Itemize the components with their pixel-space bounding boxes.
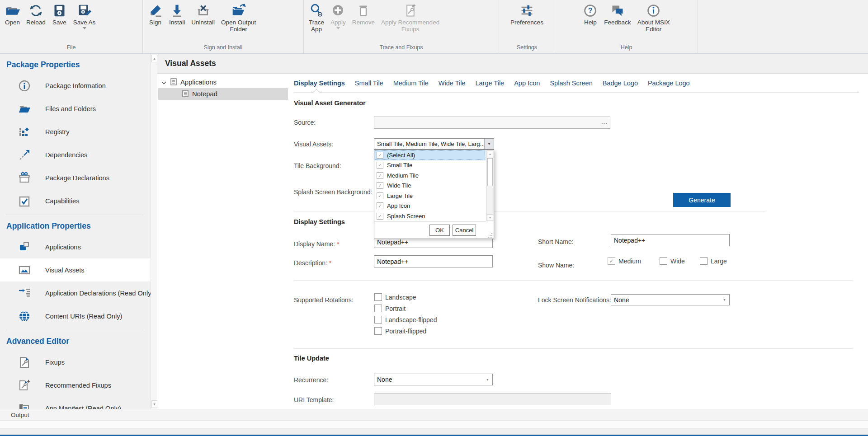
rotation-landscape-checkbox[interactable]: Landscape xyxy=(374,293,416,301)
dropdown-item-small-tile[interactable]: Small Tile xyxy=(374,160,486,171)
reload-button[interactable]: Reload xyxy=(23,3,49,26)
tab-display-settings[interactable]: Display Settings xyxy=(294,80,345,87)
dropdown-scrollbar[interactable]: ▲ ▼ xyxy=(486,150,494,221)
source-input[interactable] xyxy=(374,117,610,129)
preferences-button[interactable]: Preferences xyxy=(507,3,547,26)
combo-dropdown-arrow-icon[interactable]: ▼ xyxy=(720,295,729,305)
combo-dropdown-arrow-icon[interactable]: ▼ xyxy=(484,139,494,149)
fixups-document-star-icon xyxy=(18,379,31,392)
description-input[interactable] xyxy=(374,255,493,267)
cancel-button[interactable]: Cancel xyxy=(453,225,476,236)
scroll-down-arrow-icon[interactable]: ▼ xyxy=(151,400,157,408)
combo-dropdown-arrow-icon[interactable]: ▼ xyxy=(483,374,492,385)
recurrence-combobox[interactable]: None ▼ xyxy=(374,374,493,385)
sidebar-item-registry[interactable]: Registry xyxy=(0,120,151,143)
checkbox-icon[interactable] xyxy=(374,293,382,301)
sign-button[interactable]: Sign xyxy=(145,3,166,26)
checkbox-checked-icon[interactable] xyxy=(377,172,383,179)
generate-button[interactable]: Generate xyxy=(673,193,731,207)
sidebar-item-recommended-fixups[interactable]: Recommended Fixups xyxy=(0,374,151,397)
checkbox-icon[interactable] xyxy=(374,327,382,335)
checkbox-checked-icon[interactable] xyxy=(377,202,383,209)
tab-package-logo[interactable]: Package Logo xyxy=(648,80,690,87)
tab-splash-screen[interactable]: Splash Screen xyxy=(550,80,592,87)
sidebar-item-visual-assets[interactable]: Visual Assets xyxy=(0,258,151,281)
tab-small-tile[interactable]: Small Tile xyxy=(355,80,383,87)
sidebar-item-files-and-folders[interactable]: Files and Folders xyxy=(0,97,151,120)
lock-screen-notifications-combobox[interactable]: None ▼ xyxy=(611,294,730,305)
dropdown-item-app-icon[interactable]: App Icon xyxy=(374,201,486,211)
rotation-portrait-flipped-checkbox[interactable]: Portrait-flipped xyxy=(374,327,426,335)
checkbox-checked-icon[interactable] xyxy=(608,257,615,265)
chevron-down-icon[interactable] xyxy=(83,27,86,29)
save-as-icon xyxy=(77,3,92,18)
checkbox-checked-icon[interactable] xyxy=(377,192,383,199)
sidebar-item-applications[interactable]: Applications xyxy=(0,235,151,258)
image-icon xyxy=(18,264,31,277)
show-name-wide-checkbox[interactable]: Wide xyxy=(660,257,685,265)
dropdown-item-select-all[interactable]: (Select All) xyxy=(374,150,486,160)
sidebar-item-dependencies[interactable]: Dependencies xyxy=(0,143,151,166)
scroll-up-arrow-icon[interactable]: ▲ xyxy=(151,55,157,62)
show-name-medium-checkbox[interactable]: Medium xyxy=(608,257,641,265)
sidebar-item-label: Visual Assets xyxy=(45,267,85,274)
short-name-input[interactable] xyxy=(611,234,730,246)
ok-button[interactable]: OK xyxy=(429,225,450,236)
trace-app-button[interactable]: Trace App xyxy=(306,3,327,33)
uninstall-button[interactable]: Uninstall xyxy=(188,3,218,26)
dropdown-item-large-tile[interactable]: Large Tile xyxy=(374,191,486,201)
tree-node-applications[interactable]: Applications xyxy=(157,76,288,88)
help-button[interactable]: ? Help xyxy=(580,3,601,26)
about-msix-editor-button[interactable]: About MSIX Editor xyxy=(634,3,673,33)
dropdown-item-medium-tile[interactable]: Medium Tile xyxy=(374,170,486,181)
scrollbar-thumb[interactable] xyxy=(487,158,493,186)
sidebar-item-application-declarations[interactable]: Application Declarations (Read Only) xyxy=(0,281,151,305)
checkbox-icon[interactable] xyxy=(374,305,382,312)
dropdown-item-wide-tile[interactable]: Wide Tile xyxy=(374,181,486,191)
lock-screen-notifications-value: None xyxy=(611,295,720,305)
sidebar-item-label: Content URIs (Read Only) xyxy=(45,313,122,320)
section-separator xyxy=(294,280,853,281)
visual-assets-combobox[interactable]: Small Tile, Medium Tile, Wide Tile, Larg… xyxy=(374,138,494,150)
open-output-folder-button[interactable]: Open Output Folder xyxy=(218,3,259,33)
checkbox-icon[interactable] xyxy=(700,257,708,265)
sidebar-item-package-declarations[interactable]: Package Declarations xyxy=(0,166,151,189)
checkbox-icon[interactable] xyxy=(374,316,382,323)
tab-wide-tile[interactable]: Wide Tile xyxy=(439,80,466,87)
checkbox-checked-icon[interactable] xyxy=(377,213,383,220)
checkbox-checked-icon[interactable] xyxy=(377,162,383,169)
tab-medium-tile[interactable]: Medium Tile xyxy=(393,80,429,87)
install-button[interactable]: Install xyxy=(166,3,188,26)
browse-ellipsis-button[interactable]: ... xyxy=(601,118,608,125)
sidebar-scrollbar[interactable]: ▲ ▼ xyxy=(151,54,157,409)
chevron-down-icon[interactable] xyxy=(161,79,166,86)
tree-node-notepad[interactable]: Notepad xyxy=(158,88,288,100)
sidebar-item-label: Applications xyxy=(45,244,81,251)
output-panel-bar[interactable]: Output xyxy=(0,409,868,421)
checkbox-checked-icon[interactable] xyxy=(377,182,383,189)
dropdown-item-splash-screen[interactable]: Splash Screen xyxy=(374,211,486,221)
show-name-large-checkbox[interactable]: Large xyxy=(700,257,727,265)
ribbon-toolbar: Open Reload Save Save As File Sign xyxy=(0,0,868,54)
bottom-strip xyxy=(0,428,868,435)
save-as-button[interactable]: Save As xyxy=(70,3,99,29)
sidebar-item-package-information[interactable]: Package Information xyxy=(0,74,151,97)
checkbox-icon[interactable] xyxy=(660,257,667,265)
checkbox-checked-icon[interactable] xyxy=(377,152,383,159)
sidebar-item-content-uris[interactable]: Content URIs (Read Only) xyxy=(0,305,151,328)
sidebar-item-fixups[interactable]: Fixups xyxy=(0,351,151,374)
scroll-up-arrow-icon[interactable]: ▲ xyxy=(487,150,493,157)
tab-app-icon[interactable]: App Icon xyxy=(514,80,540,87)
apply-recommended-fixups-button: Apply Recommended Fixups xyxy=(378,3,443,33)
tab-large-tile[interactable]: Large Tile xyxy=(475,80,504,87)
sidebar-item-capabilities[interactable]: Capabilities xyxy=(0,189,151,212)
save-button[interactable]: Save xyxy=(49,3,70,26)
resize-grip-icon[interactable] xyxy=(487,232,493,238)
sidebar-item-app-manifest[interactable]: App Manifest (Read Only) xyxy=(0,397,151,409)
rotation-landscape-flipped-checkbox[interactable]: Landscape-flipped xyxy=(374,316,437,323)
open-button[interactable]: Open xyxy=(2,3,23,26)
scroll-down-arrow-icon[interactable]: ▼ xyxy=(487,214,493,221)
tab-badge-logo[interactable]: Badge Logo xyxy=(603,80,638,87)
rotation-portrait-checkbox[interactable]: Portrait xyxy=(374,305,406,312)
feedback-button[interactable]: Feedback xyxy=(601,3,634,26)
